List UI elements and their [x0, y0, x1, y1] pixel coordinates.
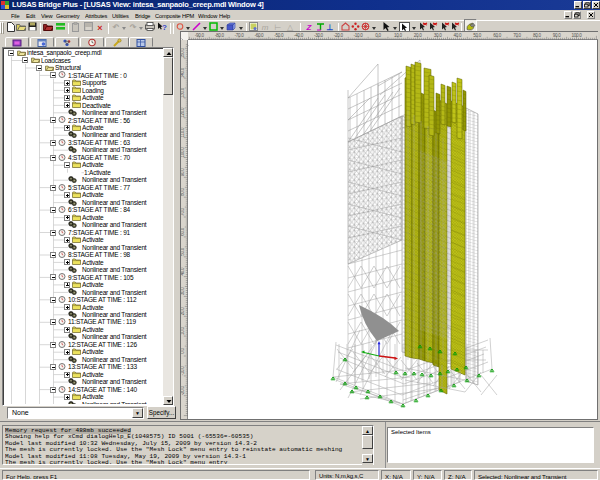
svg-text:110.0: 110.0 — [181, 127, 185, 137]
svg-text:80.0: 80.0 — [181, 188, 185, 196]
svg-text:50.0: 50.0 — [473, 33, 481, 38]
svg-text:90.0: 90.0 — [181, 168, 185, 176]
svg-text:20.0: 20.0 — [181, 307, 185, 315]
svg-text:80.0: 80.0 — [533, 33, 541, 38]
svg-text:30.0: 30.0 — [181, 287, 185, 295]
svg-text:150.0: 150.0 — [181, 47, 185, 58]
svg-text:-70.0: -70.0 — [235, 33, 245, 38]
svg-text:70.0: 70.0 — [181, 207, 185, 215]
svg-text:-50.0: -50.0 — [274, 33, 284, 38]
svg-text:-20.0: -20.0 — [334, 33, 344, 38]
svg-text:0.0: 0.0 — [375, 33, 381, 38]
svg-text:100.0: 100.0 — [572, 33, 583, 38]
svg-text:-40.0: -40.0 — [294, 33, 304, 38]
svg-text:50.0: 50.0 — [181, 247, 185, 255]
svg-text:60.0: 60.0 — [493, 33, 501, 38]
svg-text:20.0: 20.0 — [414, 33, 422, 38]
svg-text:90.0: 90.0 — [553, 33, 561, 38]
svg-text:40.0: 40.0 — [454, 33, 462, 38]
svg-text:-90.0: -90.0 — [195, 33, 205, 38]
svg-text:-80.0: -80.0 — [215, 33, 225, 38]
svg-text:130.0: 130.0 — [181, 87, 185, 98]
svg-text:-30.0: -30.0 — [314, 33, 324, 38]
svg-text:100.0: 100.0 — [181, 147, 185, 158]
svg-text:40.0: 40.0 — [181, 267, 185, 275]
svg-text:30.0: 30.0 — [434, 33, 442, 38]
svg-text:-60.0: -60.0 — [254, 33, 264, 38]
svg-text:140.0: 140.0 — [181, 67, 185, 78]
svg-text:-10.0: -10.0 — [181, 366, 185, 376]
svg-text:120.0: 120.0 — [181, 107, 185, 118]
svg-text:-10.0: -10.0 — [354, 33, 364, 38]
svg-text:-20.0: -20.0 — [181, 385, 185, 395]
svg-text:10.0: 10.0 — [394, 33, 402, 38]
svg-text:60.0: 60.0 — [181, 227, 185, 235]
svg-text:70.0: 70.0 — [513, 33, 521, 38]
svg-text:0.0: 0.0 — [181, 348, 185, 354]
svg-text:10.0: 10.0 — [181, 326, 185, 334]
